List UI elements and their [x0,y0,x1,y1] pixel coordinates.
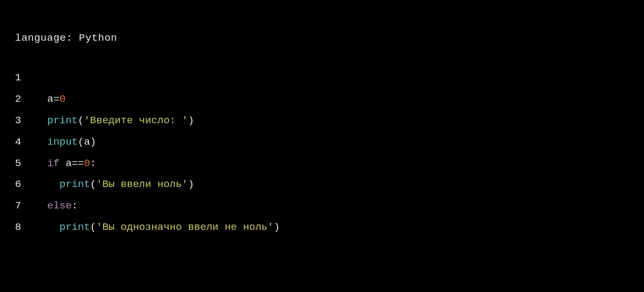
code-token: input [47,136,78,148]
code-token: ( [78,136,84,148]
code-token: ) [90,136,96,148]
code-token: ) [274,221,280,233]
code-token: ( [78,115,84,126]
code-editor[interactable]: 12a=03print('Введите число: ')4input(a)5… [15,68,629,238]
code-token: 'Введите число: ' [84,115,188,126]
line-number: 2 [15,89,47,110]
code-token: 0 [60,93,65,105]
code-token [47,178,60,190]
code-token: 'Вы однозначно ввели не ноль' [96,221,274,233]
code-line[interactable]: 4input(a) [15,132,629,153]
line-number: 6 [15,174,47,196]
code-content[interactable]: print('Введите число: ') [47,110,194,132]
code-token: ) [188,115,194,126]
code-token [47,221,60,233]
code-token: a [47,93,53,105]
code-token: a [84,136,90,148]
code-content[interactable]: print('Вы однозначно ввели не ноль') [47,217,280,238]
line-number: 3 [15,110,47,132]
code-line[interactable]: 1 [15,68,629,89]
code-content[interactable]: if a==0: [47,153,96,175]
code-line[interactable]: 3print('Введите число: ') [15,110,629,132]
code-content[interactable]: a=0 [47,89,65,110]
code-token: print [47,115,78,126]
code-line[interactable]: 6 print('Вы ввели ноль') [15,174,629,196]
code-line[interactable]: 8 print('Вы однозначно ввели не ноль') [15,217,629,238]
code-token: : [90,158,96,169]
code-token: a [60,158,72,169]
code-token: if [47,158,60,169]
code-token: ) [188,178,194,190]
code-token: ( [90,178,96,190]
line-number: 8 [15,217,47,238]
code-token: 'Вы ввели ноль' [96,178,188,190]
line-number: 5 [15,153,47,175]
code-token: else [47,200,72,212]
code-line[interactable]: 5if a==0: [15,153,629,175]
code-line[interactable]: 2a=0 [15,89,629,110]
code-content[interactable]: print('Вы ввели ноль') [47,174,194,196]
code-token: == [72,158,84,169]
code-content[interactable]: input(a) [47,132,96,153]
code-token: print [60,178,90,190]
line-number: 7 [15,196,47,217]
line-number: 1 [15,68,47,89]
code-token: print [60,221,90,233]
code-line[interactable]: 7else: [15,196,629,217]
line-number: 4 [15,132,47,153]
language-label: language: Python [15,32,629,44]
code-token: 0 [84,158,90,169]
code-content[interactable]: else: [47,196,78,217]
code-token: : [72,200,78,212]
code-token: = [53,93,59,105]
code-token: ( [90,221,96,233]
